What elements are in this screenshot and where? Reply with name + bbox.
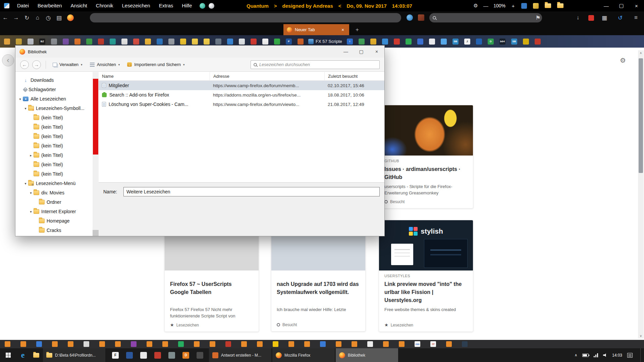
tree-item[interactable]: ▾ Alle Lesezeichen <box>15 94 93 104</box>
desktop-shortcut-icon[interactable] <box>225 341 231 347</box>
desktop-shortcut-icon[interactable] <box>462 341 468 347</box>
library-button[interactable]: ▤ <box>54 14 64 21</box>
back-button[interactable]: ← <box>0 14 11 21</box>
desktop-shortcut-icon[interactable] <box>288 341 294 347</box>
desktop-shortcut-icon[interactable] <box>5 341 10 347</box>
desktop-shortcut-icon[interactable] <box>241 341 247 347</box>
tree-item[interactable]: ▸ (kein Titel) <box>15 150 93 160</box>
bookmark-name-input[interactable] <box>123 187 380 196</box>
taskbar-app-button[interactable]: F <box>108 348 122 362</box>
menu-item[interactable]: Hilfe <box>177 0 196 11</box>
extension-icon[interactable] <box>418 14 424 21</box>
column-header-name[interactable]: Name <box>99 72 210 81</box>
desktop-shortcut-icon[interactable]: css <box>415 341 420 347</box>
table-row[interactable]: Search :: Add-ons for Firefox https://ad… <box>99 90 384 100</box>
scroll-up-icon[interactable]: ∧ <box>638 50 644 56</box>
newtab-settings-gear-icon[interactable]: ⚙ <box>620 56 626 64</box>
reload-button[interactable]: ↻ <box>21 14 32 21</box>
tab-neuer-tab[interactable]: Neuer Tab × <box>283 24 349 35</box>
bookmark-icon[interactable] <box>370 39 376 45</box>
window-close-button[interactable]: × <box>369 46 384 58</box>
taskbar-app-button[interactable]: D <box>179 348 193 362</box>
tree-item[interactable]: (kein Titel) <box>15 160 93 169</box>
bookmark-icon[interactable]: D <box>488 39 494 45</box>
search-bar[interactable] <box>429 13 542 22</box>
bookmark-icon[interactable] <box>133 39 139 45</box>
folder-icon[interactable] <box>557 3 564 8</box>
bookmark-icon[interactable] <box>74 39 80 45</box>
close-button[interactable]: × <box>629 0 644 11</box>
desktop-shortcut-icon[interactable] <box>52 341 58 347</box>
desktop-shortcut-icon[interactable] <box>68 341 73 347</box>
bookmark-icon[interactable] <box>298 39 304 45</box>
library-forward-button[interactable]: → <box>32 60 41 69</box>
bookmark-icon[interactable] <box>180 39 186 45</box>
desktop-shortcut-icon[interactable] <box>20 341 26 347</box>
bookmark-folder-fx57[interactable]: FX 57 Scripte <box>308 39 342 44</box>
taskbar-window-bibliothek[interactable]: Bibliothek <box>336 348 398 362</box>
desktop-shortcut-icon[interactable] <box>304 341 310 347</box>
tree-expander-icon[interactable]: ▾ <box>28 210 34 214</box>
bookmark-icon[interactable] <box>274 39 280 45</box>
scrollbar-thumb[interactable] <box>93 79 98 155</box>
notification-center-icon[interactable] <box>627 353 633 358</box>
tree-item[interactable]: Ordner <box>15 197 93 207</box>
bookmark-icon[interactable] <box>121 39 127 45</box>
taskbar-window-explorer[interactable]: D:\Beta 64\Profilordn... <box>43 348 105 362</box>
desktop-shortcut-icon[interactable] <box>194 341 200 347</box>
desktop-shortcut-icon[interactable] <box>320 341 326 347</box>
desktop-shortcut-icon[interactable] <box>131 341 137 347</box>
column-header-address[interactable]: Adresse <box>210 72 324 81</box>
extension-icon[interactable] <box>407 14 413 21</box>
search-input[interactable] <box>439 15 539 20</box>
bookmark-icon[interactable] <box>227 39 233 45</box>
tray-chevron-up-icon[interactable]: ∧ <box>575 353 577 357</box>
tree-item[interactable]: (kein Titel) <box>15 141 93 150</box>
tree-item[interactable]: (kein Titel) <box>15 122 93 132</box>
desktop-shortcut-icon[interactable] <box>147 341 152 347</box>
menu-item[interactable]: Ansicht <box>66 0 92 11</box>
bookmark-icon[interactable] <box>239 39 245 45</box>
tree-item[interactable]: Cracks <box>15 226 93 235</box>
zoom-in-button[interactable]: + <box>508 3 518 9</box>
folder-icon[interactable] <box>545 3 551 8</box>
scrollbar-thumb[interactable] <box>639 58 643 173</box>
bookmark-icon[interactable] <box>28 39 34 45</box>
firefox-logo-icon[interactable] <box>67 14 74 21</box>
home-button[interactable]: ⌂ <box>32 14 43 21</box>
tree-item[interactable]: (kein Titel) <box>15 113 93 122</box>
taskbar-app-button[interactable] <box>122 348 137 362</box>
bookmark-icon[interactable] <box>192 39 198 45</box>
tile-github[interactable]: GITHUB Issues · ardiman/userscripts · Gi… <box>379 105 473 208</box>
views-dropdown-button[interactable]: Ansichten ▾ <box>88 60 122 70</box>
bookmark-icon[interactable] <box>262 39 268 45</box>
table-row[interactable]: Löschung von Super-Cookies - Cam... http… <box>99 100 384 109</box>
desktop-shortcut-icon[interactable] <box>273 341 278 347</box>
bookmark-icon[interactable] <box>86 39 92 45</box>
scroll-down-icon[interactable]: ∨ <box>638 333 644 339</box>
tree-expander-icon[interactable]: ▸ <box>28 154 34 157</box>
desktop-shortcut-icon[interactable] <box>99 341 105 347</box>
bookmark-icon[interactable] <box>168 39 174 45</box>
library-search-input[interactable] <box>259 62 377 67</box>
tab-close-icon[interactable]: × <box>340 27 346 33</box>
desktop-shortcut-icon[interactable] <box>84 341 89 347</box>
bookmark-icon[interactable] <box>215 39 221 45</box>
tree-item[interactable]: (kein Titel) <box>15 132 93 141</box>
taskbar-clock[interactable]: 14:03 <box>612 353 622 358</box>
taskbar-app-button[interactable] <box>165 348 179 362</box>
gear-icon[interactable]: ⚙ <box>471 3 481 9</box>
taskbar-window-mail[interactable]: Antwort erstellen - M... <box>209 348 271 362</box>
bookmark-icon[interactable]: BZ <box>39 39 45 45</box>
sidebar-scrollbar[interactable] <box>93 72 99 236</box>
bookmark-icon[interactable] <box>51 39 57 45</box>
tree-item[interactable]: ▾ div. Movies <box>15 188 93 197</box>
page-back-icon[interactable]: ‹ <box>2 54 14 66</box>
scrollbar-button[interactable] <box>93 230 99 236</box>
zoom-out-button[interactable]: — <box>481 3 491 9</box>
bookmark-icon[interactable] <box>394 39 400 45</box>
tree-item[interactable]: ▾ Lesezeichen-Menü <box>15 179 93 188</box>
toolbar-extension-icon[interactable] <box>521 3 527 9</box>
bookmark-icon[interactable] <box>98 39 104 45</box>
forward-button[interactable]: → <box>11 14 21 21</box>
